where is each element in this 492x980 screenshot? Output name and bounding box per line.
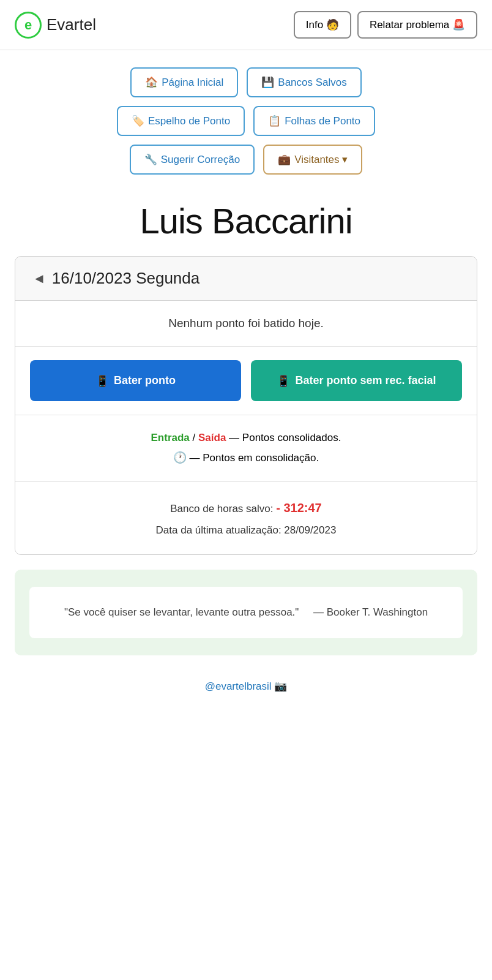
bater-ponto-sem-facial-button[interactable]: 📱 Bater ponto sem rec. facial <box>251 360 462 401</box>
nav-row-3: 🔧 Sugerir Correção 💼 Visitantes ▾ <box>130 145 363 175</box>
quote-author: — Booker T. Washington <box>313 606 428 618</box>
legend-entrada: Entrada <box>151 432 190 443</box>
legend-consolidated-text: — Pontos consolidados. <box>229 432 341 443</box>
nav-visitantes-label: Visitantes ▾ <box>294 153 348 166</box>
nav-folhas-de-ponto[interactable]: 📋 Folhas de Ponto <box>253 106 375 136</box>
logo: e Evartel <box>15 12 96 39</box>
briefcase-icon: 💼 <box>278 153 291 166</box>
nav-visitantes[interactable]: 💼 Visitantes ▾ <box>263 145 362 175</box>
nav-bancos-salvos-label: Bancos Salvos <box>278 77 346 89</box>
last-update-row: Data da última atualização: 28/09/2023 <box>32 520 460 541</box>
nav-section: 🏠 Página Inicial 💾 Bancos Salvos 🏷️ Espe… <box>0 50 492 181</box>
instagram-link[interactable]: @evartelbrasil 📷 <box>205 680 288 692</box>
nav-pagina-inicial-label: Página Inicial <box>162 77 223 89</box>
bank-hours-row: Banco de horas salvo: - 312:47 <box>32 496 460 520</box>
punch-icon: 📱 <box>95 374 109 388</box>
logo-icon: e <box>15 12 42 39</box>
nav-pagina-inicial[interactable]: 🏠 Página Inicial <box>130 67 238 97</box>
folder-icon: 📋 <box>268 115 281 127</box>
clock-icon: 🕐 <box>173 451 187 464</box>
quote-text: "Se você quiser se levantar, levante out… <box>64 606 299 618</box>
punch-buttons-row: 📱 Bater ponto 📱 Bater ponto sem rec. fac… <box>15 347 477 415</box>
app-header: e Evartel Info 🧑 Relatar problema 🚨 <box>0 0 492 50</box>
legend-row-2: 🕐 — Pontos em consolidação. <box>32 448 460 468</box>
nav-bancos-salvos[interactable]: 💾 Bancos Salvos <box>247 67 361 97</box>
nav-sugerir-label: Sugerir Correção <box>161 154 240 166</box>
bank-hours-section: Banco de horas salvo: - 312:47 Data da ú… <box>15 482 477 554</box>
bater-ponto-sem-facial-label: Bater ponto sem rec. facial <box>295 374 436 388</box>
prev-day-arrow[interactable]: ◄ <box>32 271 46 287</box>
save-icon: 💾 <box>261 76 274 89</box>
nav-row-1: 🏠 Página Inicial 💾 Bancos Salvos <box>130 67 362 97</box>
nav-espelho-de-ponto[interactable]: 🏷️ Espelho de Ponto <box>117 106 245 136</box>
nav-folhas-label: Folhas de Ponto <box>285 115 360 127</box>
punch-no-facial-icon: 📱 <box>277 374 290 388</box>
date-header: ◄ 16/10/2023 Segunda <box>15 257 477 301</box>
legend-section: Entrada / Saída — Pontos consolidados. 🕐… <box>15 415 477 481</box>
wrench-icon: 🔧 <box>144 153 157 166</box>
tag-icon: 🏷️ <box>132 115 144 127</box>
home-icon: 🏠 <box>145 76 158 89</box>
footer: @evartelbrasil 📷 <box>0 670 492 712</box>
nav-sugerir-correcao[interactable]: 🔧 Sugerir Correção <box>130 145 255 175</box>
logo-name: Evartel <box>47 15 96 34</box>
instagram-icon: 📷 <box>274 680 287 692</box>
nav-espelho-label: Espelho de Ponto <box>148 115 230 127</box>
no-punch-message: Nenhum ponto foi batido hoje. <box>168 317 324 330</box>
current-date: 16/10/2023 Segunda <box>52 269 199 288</box>
bank-hours-value: - 312:47 <box>276 501 322 514</box>
nav-row-2: 🏷️ Espelho de Ponto 📋 Folhas de Ponto <box>117 106 375 136</box>
info-button[interactable]: Info 🧑 <box>294 11 351 39</box>
legend-row-1: Entrada / Saída — Pontos consolidados. <box>32 429 460 448</box>
quote-section: "Se você quiser se levantar, levante out… <box>15 570 477 656</box>
bater-ponto-label: Bater ponto <box>114 374 176 387</box>
legend-separator: / <box>193 432 198 443</box>
bater-ponto-button[interactable]: 📱 Bater ponto <box>30 360 241 401</box>
user-name-section: Luis Baccarini <box>0 181 492 256</box>
legend-consolidating-text: — Pontos em consolidação. <box>190 452 319 464</box>
bank-hours-label: Banco de horas salvo: <box>170 503 276 514</box>
header-button-group: Info 🧑 Relatar problema 🚨 <box>294 11 477 39</box>
last-update-date: 28/09/2023 <box>284 524 336 536</box>
user-name: Luis Baccarini <box>15 200 477 241</box>
last-update-label: Data da última atualização: <box>156 524 285 536</box>
no-punch-section: Nenhum ponto foi batido hoje. <box>15 301 477 347</box>
report-problem-button[interactable]: Relatar problema 🚨 <box>357 11 477 39</box>
legend-saida: Saída <box>198 432 226 443</box>
instagram-handle: @evartelbrasil <box>205 680 272 692</box>
main-card: ◄ 16/10/2023 Segunda Nenhum ponto foi ba… <box>15 256 477 555</box>
quote-card: "Se você quiser se levantar, levante out… <box>29 587 463 639</box>
